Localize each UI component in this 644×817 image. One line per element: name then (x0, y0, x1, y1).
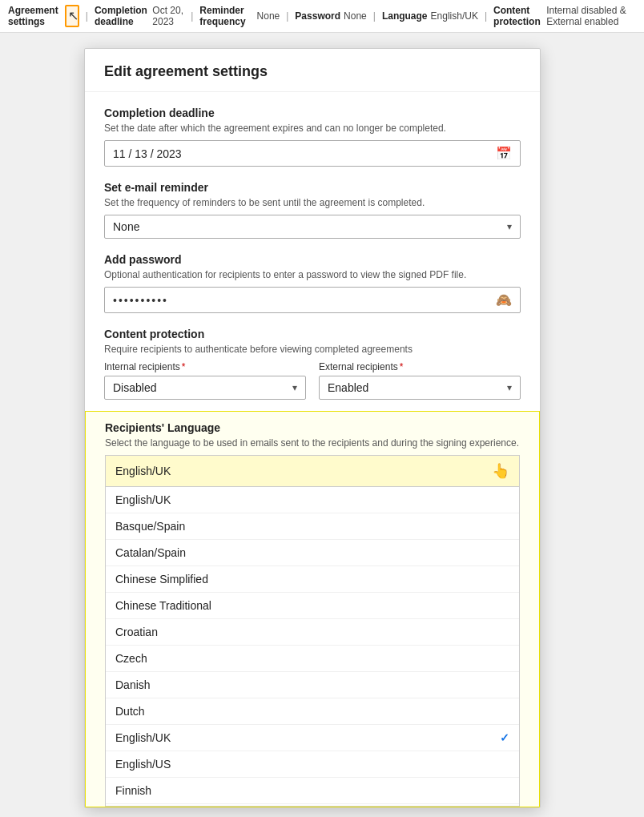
content-protection-value: Internal disabled & External enabled (546, 5, 636, 27)
language-option[interactable]: Catalan/Spain (106, 540, 519, 566)
internal-col: Internal recipients * Disabled ▾ (104, 361, 306, 400)
password-label: Password (295, 10, 340, 22)
top-bar: Agreement settings ↖ | Completion deadli… (0, 0, 644, 33)
content-protection-section: Content protection Require recipients to… (104, 328, 521, 400)
language-option[interactable]: Dutch (106, 698, 519, 725)
external-value: Enabled (328, 381, 368, 394)
reminder-dropdown-value: None (113, 220, 139, 233)
internal-label: Internal recipients * (104, 361, 306, 372)
language-option-label: Czech (115, 652, 147, 665)
external-arrow: ▾ (507, 382, 512, 393)
email-reminder-title: Set e-mail reminder (104, 181, 521, 194)
modal-title: Edit agreement settings (104, 63, 268, 79)
language-option-label: English/UK (115, 493, 171, 506)
reminder-dropdown[interactable]: None ▾ (104, 215, 521, 239)
eye-icon[interactable]: 🙈 (496, 292, 512, 308)
calendar-icon[interactable]: 📅 (496, 146, 512, 161)
language-option-label: Chinese Traditional (115, 599, 211, 612)
language-option-label: Chinese Simplified (115, 573, 208, 586)
modal-body: Completion deadline Set the date after w… (85, 92, 540, 807)
internal-required: * (182, 361, 186, 372)
sep5: | (485, 10, 487, 22)
password-desc: Optional authentication for recipients t… (104, 269, 521, 280)
language-section: Recipients' Language Select the language… (85, 411, 540, 807)
language-option-label: English/US (115, 758, 171, 771)
external-required: * (400, 361, 404, 372)
agreement-settings-label: Agreement settings (8, 5, 60, 27)
internal-label-text: Internal recipients (104, 361, 180, 372)
password-input[interactable]: •••••••••• 🙈 (104, 287, 521, 313)
sep4: | (373, 10, 376, 22)
content-protection-label: Content protection (493, 5, 543, 27)
language-desc: Select the language to be used in emails… (105, 437, 520, 449)
content-protection-title: Content protection (104, 328, 521, 340)
email-reminder-desc: Set the frequency of reminders to be sen… (104, 197, 521, 208)
language-label: Language (382, 10, 428, 22)
completion-deadline-title: Completion deadline (104, 107, 521, 119)
language-option[interactable]: Croatian (106, 619, 519, 646)
reminder-dropdown-arrow: ▾ (507, 221, 512, 232)
language-option-label: Dutch (115, 705, 145, 718)
external-label-text: External recipients (319, 361, 398, 372)
sep1: | (86, 10, 88, 22)
language-option-label: Croatian (115, 626, 158, 638)
password-value: None (344, 10, 367, 22)
password-dots: •••••••••• (113, 294, 168, 307)
language-option[interactable]: Finnish (106, 778, 519, 804)
language-option-label: Basque/Spain (115, 520, 185, 533)
language-option[interactable]: Basque/Spain (106, 513, 519, 540)
date-input[interactable]: 11 / 13 / 2023 📅 (104, 140, 521, 167)
language-value: English/UK (431, 10, 478, 22)
language-dropdown-list[interactable]: English/UKBasque/SpainCatalan/SpainChine… (105, 486, 520, 807)
language-option-label: Finnish (115, 784, 151, 797)
internal-value: Disabled (113, 381, 156, 394)
check-icon: ✓ (500, 731, 509, 744)
reminder-label: Reminder frequency (199, 5, 253, 27)
language-option[interactable]: Chinese Traditional (106, 593, 519, 619)
sep3: | (286, 10, 288, 22)
completion-deadline-section: Completion deadline Set the date after w… (104, 107, 521, 167)
internal-arrow: ▾ (292, 382, 297, 393)
password-title: Add password (104, 253, 521, 266)
language-selected-value: English/UK (115, 465, 171, 477)
external-label: External recipients * (319, 361, 521, 372)
language-option-label: English/UK (115, 731, 171, 744)
protection-row: Internal recipients * Disabled ▾ Externa… (104, 361, 521, 400)
date-value: 11 / 13 / 2023 (113, 147, 182, 160)
language-option-label: Danish (115, 678, 151, 691)
reminder-value: None (257, 10, 280, 22)
external-dropdown[interactable]: Enabled ▾ (319, 376, 521, 400)
language-option[interactable]: English/UK (106, 487, 519, 513)
internal-dropdown[interactable]: Disabled ▾ (104, 376, 306, 400)
language-selected[interactable]: English/UK 👆 (105, 455, 520, 486)
sep2: | (191, 10, 193, 22)
edit-agreement-modal: Edit agreement settings Completion deadl… (84, 48, 541, 808)
password-section: Add password Optional authentication for… (104, 253, 521, 313)
dropdown-cursor: 👆 (492, 462, 509, 480)
language-option[interactable]: English/UK✓ (106, 725, 519, 751)
language-option[interactable]: Danish (106, 672, 519, 698)
language-option[interactable]: Czech (106, 646, 519, 672)
email-reminder-section: Set e-mail reminder Set the frequency of… (104, 181, 521, 239)
language-option[interactable]: Chinese Simplified (106, 566, 519, 593)
modal-header: Edit agreement settings (85, 49, 540, 92)
cursor-indicator[interactable]: ↖ (65, 5, 79, 27)
language-option-label: Catalan/Spain (115, 546, 186, 559)
language-title: Recipients' Language (105, 421, 520, 434)
content-protection-desc: Require recipients to authenticate befor… (104, 344, 521, 355)
language-option[interactable]: English/US (106, 751, 519, 778)
completion-deadline-label: Completion deadline (95, 5, 149, 27)
external-col: External recipients * Enabled ▾ (319, 361, 521, 400)
completion-deadline-value: Oct 20, 2023 (152, 5, 184, 27)
language-option[interactable]: French (106, 804, 519, 807)
completion-deadline-desc: Set the date after which the agreement e… (104, 123, 521, 134)
